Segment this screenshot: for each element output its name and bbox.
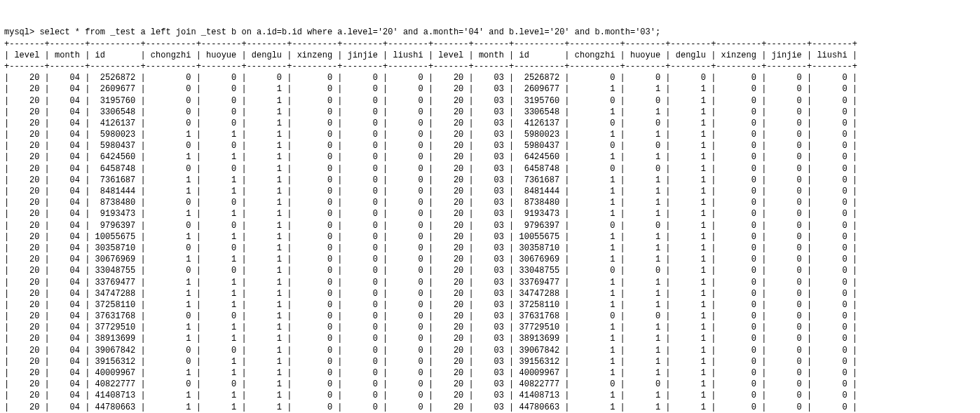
terminal-output: mysql> select * from _test a left join _… (4, 27, 976, 413)
